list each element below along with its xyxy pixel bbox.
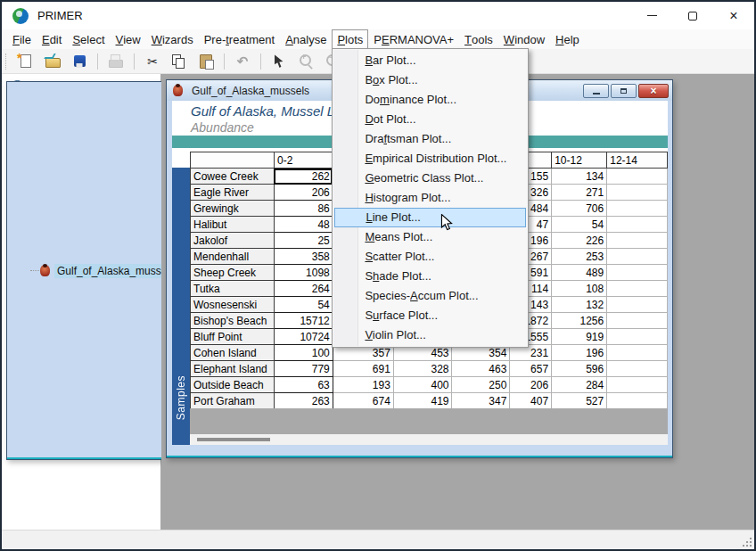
cell[interactable]: 919 (552, 329, 607, 345)
cell[interactable]: 226 (552, 233, 607, 249)
column-header[interactable]: 12-14 (607, 152, 668, 169)
cell[interactable]: 657 (510, 361, 552, 377)
row-label[interactable]: Cohen Island (191, 345, 275, 361)
cell[interactable]: 347 (452, 393, 510, 409)
cell[interactable]: 284 (552, 377, 607, 393)
menu-plots[interactable]: PlotsBar Plot...Box Plot...Dominance Plo… (332, 29, 368, 49)
undo-icon[interactable] (232, 52, 253, 71)
row-label[interactable]: Bluff Point (191, 329, 275, 345)
cell[interactable]: 54 (274, 297, 333, 313)
save-workspace-icon[interactable] (69, 52, 90, 71)
menu-item-geometric-class-plot[interactable]: Geometric Class Plot... (333, 169, 528, 188)
cell[interactable] (607, 297, 668, 313)
child-close-button[interactable]: × (638, 84, 669, 98)
row-label[interactable]: Jakolof (191, 233, 275, 249)
horizontal-scrollbar[interactable] (190, 434, 668, 445)
row-label[interactable]: Wosnesenski (191, 297, 275, 313)
row-label-header[interactable] (191, 152, 275, 169)
menu-item-dot-plot[interactable]: Dot Plot... (333, 110, 528, 129)
cell[interactable]: 706 (552, 201, 607, 217)
cell[interactable]: 100 (274, 345, 333, 361)
menu-wizards[interactable]: Wizards (146, 29, 199, 49)
menu-edit[interactable]: Edit (37, 29, 67, 49)
cell[interactable]: 419 (393, 393, 452, 409)
cell[interactable] (607, 377, 668, 393)
menu-view[interactable]: View (111, 29, 146, 49)
menu-item-line-plot[interactable]: Line Plot... (334, 208, 526, 227)
resize-grip[interactable] (741, 536, 752, 547)
menu-item-bar-plot[interactable]: Bar Plot... (333, 51, 528, 70)
row-label[interactable]: Elephant Island (191, 361, 275, 377)
pointer-icon[interactable] (268, 52, 290, 71)
cell[interactable]: 86 (274, 201, 333, 217)
menu-item-draftsman-plot[interactable]: Draftsman Plot... (333, 129, 528, 149)
cell[interactable]: 250 (452, 377, 510, 393)
child-minimize-button[interactable] (583, 84, 609, 98)
cell[interactable]: 206 (510, 377, 552, 393)
cell[interactable] (607, 233, 668, 249)
cell[interactable]: 527 (552, 393, 607, 409)
cell[interactable] (607, 361, 668, 377)
child-restore-button[interactable] (611, 84, 637, 98)
menu-help[interactable]: Help (550, 29, 585, 49)
cell[interactable] (607, 329, 668, 345)
cell[interactable] (607, 249, 668, 265)
print-icon[interactable] (105, 52, 127, 71)
menu-item-histogram-plot[interactable]: Histogram Plot... (333, 188, 528, 208)
cell[interactable]: 596 (552, 361, 607, 377)
row-label[interactable]: Sheep Creek (191, 265, 275, 281)
row-label[interactable]: Grewingk (191, 201, 275, 217)
open-workspace-icon[interactable] (42, 52, 63, 71)
menu-item-violin-plot[interactable]: Violin Plot... (333, 325, 528, 345)
cell[interactable]: 407 (510, 393, 552, 409)
cell[interactable] (607, 185, 668, 201)
row-label[interactable]: Tutka (191, 281, 275, 297)
cell[interactable]: 691 (333, 361, 393, 377)
cell[interactable]: 779 (274, 361, 333, 377)
menu-file[interactable]: File (7, 29, 37, 49)
cell[interactable]: 25 (274, 233, 333, 249)
menu-analyse[interactable]: Analyse (280, 29, 332, 49)
cell[interactable]: 63 (274, 377, 333, 393)
cell[interactable]: 328 (393, 361, 452, 377)
cell[interactable]: 253 (552, 249, 607, 265)
new-workspace-icon[interactable] (15, 52, 37, 71)
menu-item-surface-plot[interactable]: Surface Plot... (333, 306, 528, 325)
row-label[interactable]: Outside Beach (191, 377, 275, 393)
menu-tools[interactable]: Tools (459, 29, 498, 49)
cell[interactable] (607, 201, 668, 217)
cell[interactable]: 358 (274, 249, 333, 265)
menu-window[interactable]: Window (498, 29, 550, 49)
copy-icon[interactable] (168, 52, 190, 71)
cell[interactable]: 206 (274, 185, 333, 201)
cell[interactable] (607, 345, 668, 361)
minimize-button[interactable] (631, 2, 672, 29)
menu-select[interactable]: Select (67, 29, 110, 49)
cell[interactable] (607, 265, 668, 281)
menu-permanova-[interactable]: PERMANOVA+ (368, 29, 459, 49)
scrollbar-thumb[interactable] (197, 438, 270, 441)
cell[interactable]: 263 (274, 393, 333, 409)
menu-item-means-plot[interactable]: Means Plot... (333, 227, 528, 247)
row-label[interactable]: Eagle River (191, 185, 275, 201)
cell[interactable] (607, 393, 668, 409)
cell[interactable]: 193 (333, 377, 393, 393)
cell[interactable]: 196 (552, 345, 607, 361)
cell[interactable]: 400 (393, 377, 452, 393)
maximize-button[interactable] (672, 2, 713, 29)
cell[interactable]: 1098 (274, 265, 333, 281)
menu-item-dominance-plot[interactable]: Dominance Plot... (333, 90, 528, 110)
cell[interactable]: 1256 (552, 313, 607, 329)
cell[interactable]: 108 (552, 281, 607, 297)
row-label[interactable]: Mendenhall (191, 249, 275, 265)
row-label[interactable]: Cowee Creek (191, 169, 275, 185)
menu-item-shade-plot[interactable]: Shade Plot... (333, 267, 528, 286)
cell[interactable]: 10724 (274, 329, 333, 345)
cell[interactable]: 132 (552, 297, 607, 313)
row-label[interactable]: Halibut (191, 217, 275, 233)
column-header[interactable]: 10-12 (552, 152, 607, 169)
cell[interactable]: 271 (552, 185, 607, 201)
column-header[interactable]: 0-2 (274, 152, 333, 169)
cell[interactable]: 489 (552, 265, 607, 281)
close-button[interactable]: × (713, 2, 754, 29)
